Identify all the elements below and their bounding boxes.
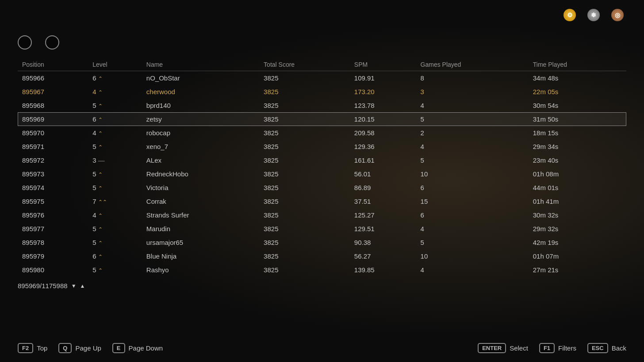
cell-total-score: 3825 <box>259 263 350 277</box>
cell-time-played: 01h 08m <box>529 167 626 181</box>
nav-up-icon[interactable]: ▲ <box>80 283 85 289</box>
cell-games-played: 10 <box>416 167 529 181</box>
cell-position: 895975 <box>18 194 88 208</box>
cell-spm: 56.01 <box>350 167 416 181</box>
cell-spm: 56.27 <box>350 249 416 263</box>
cell-total-score: 3825 <box>259 194 350 208</box>
chevron-up-icon: ⌃ <box>98 89 103 95</box>
pagination-text: 895969/1175988 <box>18 282 68 290</box>
table-row[interactable]: 895973 5 ⌃ RedneckHobo 3825 56.01 10 01h… <box>18 167 626 181</box>
cell-games-played: 5 <box>416 236 529 249</box>
gold-icon: ⚙ <box>564 9 576 21</box>
cell-spm: 86.89 <box>350 181 416 194</box>
cell-name: robocap <box>142 126 259 140</box>
table-row[interactable]: 895977 5 ⌃ Marudin 3825 129.51 4 29m 32s <box>18 222 626 236</box>
tab-right-button[interactable] <box>45 35 59 50</box>
cell-level: 3 — <box>88 153 142 167</box>
cell-position: 895969 <box>18 112 88 126</box>
cell-level: 5 ⌃ <box>88 236 142 249</box>
cell-name: Strands Surfer <box>142 208 259 222</box>
cell-time-played: 30m 32s <box>529 208 626 222</box>
cell-level: 4 ⌃ <box>88 126 142 140</box>
cell-name: RedneckHobo <box>142 167 259 181</box>
cell-position: 895978 <box>18 236 88 249</box>
cell-name: xeno_7 <box>142 140 259 153</box>
cell-position: 895979 <box>18 249 88 263</box>
cell-spm: 125.27 <box>350 208 416 222</box>
cell-position: 895974 <box>18 181 88 194</box>
cell-total-score: 3825 <box>259 167 350 181</box>
cell-games-played: 5 <box>416 112 529 126</box>
cell-level: 5 ⌃ <box>88 140 142 153</box>
cell-time-played: 23m 40s <box>529 153 626 167</box>
cell-time-played: 18m 15s <box>529 126 626 140</box>
col-games-played: Games Played <box>416 58 529 71</box>
tab-left-button[interactable] <box>18 35 32 50</box>
table-row[interactable]: 895968 5 ⌃ bprd140 3825 123.78 4 30m 54s <box>18 99 626 112</box>
table-row[interactable]: 895976 4 ⌃ Strands Surfer 3825 125.27 6 … <box>18 208 626 222</box>
cell-time-played: 44m 01s <box>529 181 626 194</box>
nav-down-icon[interactable]: ▼ <box>71 283 77 289</box>
cell-name: ALex <box>142 153 259 167</box>
cell-level: 4 ⌃ <box>88 85 142 99</box>
cell-time-played: 01h 07m <box>529 249 626 263</box>
double-chevron-icon: ⌃⌃ <box>98 199 107 205</box>
table-row[interactable]: 895975 7 ⌃⌃ Corrak 3825 37.51 15 01h 41m <box>18 194 626 208</box>
table-row[interactable]: 895969 6 ⌃ zetsy 3825 120.15 5 31m 50s <box>18 112 626 126</box>
cell-total-score: 3825 <box>259 126 350 140</box>
cell-name: Corrak <box>142 194 259 208</box>
cell-time-played: 22m 05s <box>529 85 626 99</box>
cell-name: cherwood <box>142 85 259 99</box>
chevron-up-icon: ⌃ <box>98 185 103 191</box>
table-row[interactable]: 895978 5 ⌃ ursamajor65 3825 90.38 5 42m … <box>18 236 626 249</box>
cell-name: nO_ObStar <box>142 71 259 85</box>
cell-level: 6 ⌃ <box>88 112 142 126</box>
table-row[interactable]: 895980 5 ⌃ Rashyo 3825 139.85 4 27m 21s <box>18 263 626 277</box>
chevron-up-icon: ⌃ <box>98 267 103 274</box>
cell-time-played: 27m 21s <box>529 263 626 277</box>
col-time-played: Time Played <box>529 58 626 71</box>
cell-spm: 173.20 <box>350 85 416 99</box>
cell-games-played: 5 <box>416 153 529 167</box>
cell-position: 895976 <box>18 208 88 222</box>
cell-time-played: 30m 54s <box>529 99 626 112</box>
table-header-row: Position Level Name Total Score SPM Game… <box>18 58 626 71</box>
chevron-up-icon: ⌃ <box>98 171 103 178</box>
cell-position: 895966 <box>18 71 88 85</box>
table-row[interactable]: 895966 6 ⌃ nO_ObStar 3825 109.91 8 34m 4… <box>18 71 626 85</box>
cell-spm: 129.36 <box>350 140 416 153</box>
cell-spm: 37.51 <box>350 194 416 208</box>
cell-name: Marudin <box>142 222 259 236</box>
cell-level: 7 ⌃⌃ <box>88 194 142 208</box>
table-row[interactable]: 895979 6 ⌃ Blue Ninja 3825 56.27 10 01h … <box>18 249 626 263</box>
cell-spm: 120.15 <box>350 112 416 126</box>
col-position: Position <box>18 58 88 71</box>
silver-icon: ❄ <box>587 9 600 21</box>
chevron-up-icon: ⌃ <box>98 130 103 137</box>
cell-name: Blue Ninja <box>142 249 259 263</box>
table-row[interactable]: 895970 4 ⌃ robocap 3825 209.58 2 18m 15s <box>18 126 626 140</box>
cell-position: 895967 <box>18 85 88 99</box>
cell-level: 5 ⌃ <box>88 99 142 112</box>
cell-spm: 161.61 <box>350 153 416 167</box>
cell-name: Victoria <box>142 181 259 194</box>
cell-position: 895973 <box>18 167 88 181</box>
cell-time-played: 01h 41m <box>529 194 626 208</box>
cell-level: 5 ⌃ <box>88 222 142 236</box>
cell-level: 6 ⌃ <box>88 71 142 85</box>
table-row[interactable]: 895967 4 ⌃ cherwood 3825 173.20 3 22m 05… <box>18 85 626 99</box>
chevron-up-icon: ⌃ <box>98 226 103 232</box>
table-row[interactable]: 895971 5 ⌃ xeno_7 3825 129.36 4 29m 34s <box>18 140 626 153</box>
cell-games-played: 4 <box>416 99 529 112</box>
cell-games-played: 2 <box>416 126 529 140</box>
cell-total-score: 3825 <box>259 222 350 236</box>
table-row[interactable]: 895972 3 — ALex 3825 161.61 5 23m 40s <box>18 153 626 167</box>
cell-games-played: 6 <box>416 208 529 222</box>
cell-total-score: 3825 <box>259 249 350 263</box>
cell-games-played: 3 <box>416 85 529 99</box>
tab-bar <box>18 35 626 50</box>
cell-spm: 109.91 <box>350 71 416 85</box>
cell-position: 895968 <box>18 99 88 112</box>
chevron-up-icon: ⌃ <box>98 254 103 260</box>
table-row[interactable]: 895974 5 ⌃ Victoria 3825 86.89 6 44m 01s <box>18 181 626 194</box>
